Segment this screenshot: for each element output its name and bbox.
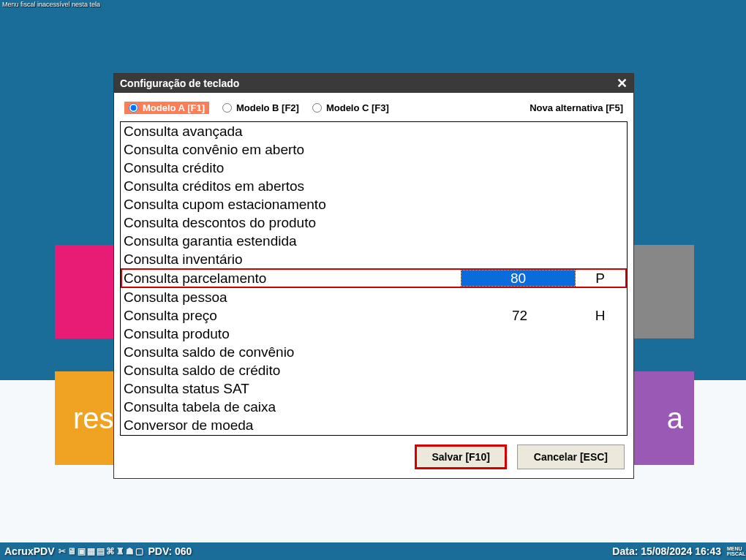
shortcut-listbox[interactable]: Consulta avançadaConsulta convênio em ab…: [120, 121, 628, 436]
dialog-button-row: Salvar [F10] Cancelar [ESC]: [120, 436, 628, 472]
close-icon[interactable]: ✕: [617, 75, 628, 91]
status-app-name: AcruxPDV: [4, 545, 54, 557]
list-item-label: Consulta saldo de crédito: [124, 361, 463, 379]
list-item[interactable]: Consulta avançada: [121, 122, 627, 140]
list-item-key: P: [576, 269, 624, 287]
list-item-label: Consulta tabela de caixa: [124, 398, 463, 416]
radio-modelo-c[interactable]: Modelo C [F3]: [312, 102, 389, 113]
top-message: Menu fiscal inacessível nesta tela: [0, 0, 746, 7]
list-item[interactable]: Consulta garantia estendida: [121, 232, 627, 250]
radio-modelo-a-input[interactable]: [129, 103, 138, 113]
list-item-label: Consulta pessoa: [124, 288, 463, 306]
list-item[interactable]: Consulta saldo de convênio: [121, 343, 627, 361]
list-item[interactable]: Consulta crédito: [121, 159, 627, 177]
list-item-label: Consulta avançada: [124, 122, 463, 140]
status-icon: ▢: [135, 546, 143, 556]
list-item-label: Consulta créditos em abertos: [124, 177, 463, 195]
list-item-key: H: [576, 306, 624, 325]
list-item-label: Conversor de moeda: [124, 416, 463, 434]
dialog-title: Configuração de teclado: [120, 77, 239, 89]
list-item[interactable]: Consulta produto: [121, 325, 627, 343]
list-item-code: 72: [463, 306, 576, 325]
status-date-value: 15/08/2024 16:43: [641, 545, 721, 557]
list-item[interactable]: Consulta inventário: [121, 250, 627, 268]
list-item-label: Consulta produto: [124, 325, 463, 343]
status-icon: ✂: [59, 546, 66, 556]
list-item[interactable]: Consulta preço72H: [121, 306, 627, 325]
radio-modelo-a[interactable]: Modelo A [F1]: [124, 102, 209, 114]
list-item-label: Consulta garantia estendida: [124, 232, 463, 250]
statusbar: AcruxPDV ✂ 🖥 ▣ ▦ ▤ ⌘ ♜ ☗ ▢ PDV: 060 Data…: [0, 542, 746, 560]
list-item-label: Consulta crédito: [124, 159, 463, 177]
status-icons: ✂ 🖥 ▣ ▦ ▤ ⌘ ♜ ☗ ▢: [59, 546, 143, 556]
tile-orange-text: res: [73, 402, 114, 435]
status-icon: ▤: [97, 546, 105, 556]
save-button[interactable]: Salvar [F10]: [415, 444, 506, 469]
list-item[interactable]: Consulta pessoa: [121, 288, 627, 306]
status-icon: ⌘: [106, 546, 115, 556]
tile-purple-text: a: [667, 402, 683, 435]
list-item-label: Consulta saldo de convênio: [124, 343, 463, 361]
list-item-label: Consulta status SAT: [124, 379, 463, 398]
status-icon: ▦: [87, 546, 95, 556]
list-item-label: Consulta cupom estacionamento: [124, 195, 463, 213]
status-icon: 🖥: [67, 546, 76, 556]
list-item[interactable]: Consulta tabela de caixa: [121, 398, 627, 416]
list-item-label: Consulta convênio em aberto: [124, 140, 463, 159]
radio-modelo-c-label: Modelo C [F3]: [326, 102, 389, 113]
status-icon: ☗: [126, 546, 134, 556]
radio-modelo-c-input[interactable]: [312, 103, 322, 113]
list-item[interactable]: Consulta cupom estacionamento: [121, 195, 627, 213]
list-item[interactable]: Consulta descontos do produto: [121, 213, 627, 232]
radio-modelo-b[interactable]: Modelo B [F2]: [222, 102, 299, 113]
list-item[interactable]: Consulta convênio em aberto: [121, 140, 627, 159]
status-pdv: PDV: 060: [148, 545, 192, 557]
status-icon: ▣: [78, 546, 86, 556]
list-item-label: Consulta preço: [124, 306, 463, 325]
dialog-body: Modelo A [F1] Modelo B [F2] Modelo C [F3…: [114, 93, 633, 478]
menu-fiscal-button[interactable]: MENU FISCAL: [727, 546, 742, 556]
list-item-code[interactable]: 80: [461, 270, 575, 286]
list-item-label: Consulta inventário: [124, 250, 463, 268]
cancel-button[interactable]: Cancelar [ESC]: [517, 444, 625, 469]
model-radio-row: Modelo A [F1] Modelo B [F2] Modelo C [F3…: [120, 99, 628, 121]
list-item[interactable]: Consulta saldo de crédito: [121, 361, 627, 379]
list-item[interactable]: Consulta status SAT: [121, 379, 627, 398]
list-item[interactable]: Consulta créditos em abertos: [121, 177, 627, 195]
list-item-label: Consulta descontos do produto: [124, 213, 463, 232]
list-item[interactable]: Consulta parcelamento80P: [121, 268, 627, 288]
status-date: Data: 15/08/2024 16:43: [612, 545, 721, 557]
list-item-label: Consulta parcelamento: [124, 269, 461, 287]
radio-modelo-b-input[interactable]: [222, 103, 232, 113]
nova-alternativa-label[interactable]: Nova alternativa [F5]: [530, 102, 623, 113]
list-item[interactable]: Conversor de moeda: [121, 416, 627, 434]
status-icon: ♜: [116, 546, 124, 556]
keyboard-config-dialog: Configuração de teclado ✕ Modelo A [F1] …: [113, 73, 634, 479]
status-date-label: Data:: [612, 545, 638, 557]
tile-pink[interactable]: [55, 245, 117, 338]
radio-modelo-a-label: Modelo A [F1]: [143, 102, 205, 113]
radio-modelo-b-label: Modelo B [F2]: [236, 102, 299, 113]
dialog-titlebar: Configuração de teclado ✕: [114, 74, 633, 93]
